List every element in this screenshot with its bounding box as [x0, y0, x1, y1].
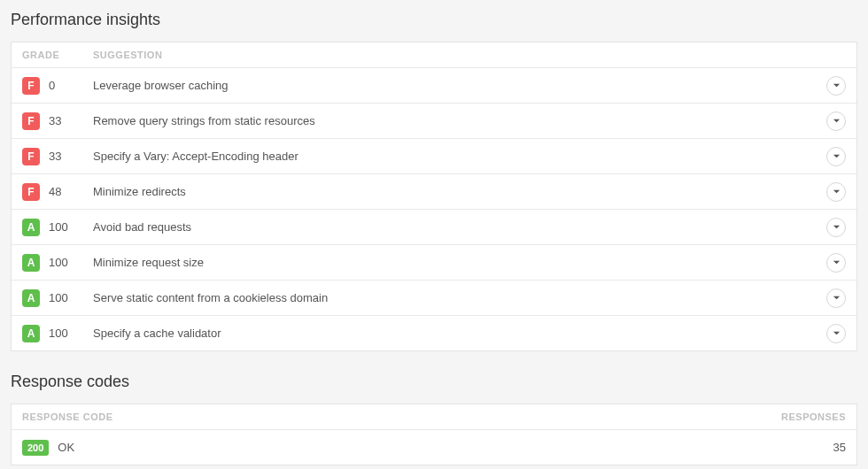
table-row[interactable]: F48Minimize redirects — [12, 173, 856, 209]
chevron-down-icon — [833, 185, 841, 198]
grade-cell: F0 — [22, 77, 93, 95]
grade-cell: A100 — [22, 219, 93, 236]
column-header-suggestion: SUGGESTION — [93, 50, 846, 60]
grade-score: 33 — [49, 114, 61, 127]
grade-cell: F48 — [22, 183, 93, 201]
suggestion-cell: Serve static content from a cookieless d… — [93, 291, 819, 304]
grade-badge: F — [22, 112, 40, 130]
grade-score: 48 — [49, 185, 61, 198]
suggestion-cell: Leverage browser caching — [93, 79, 819, 92]
performance-insights-title: Performance insights — [11, 11, 857, 29]
expand-button[interactable] — [826, 218, 846, 237]
suggestion-cell: Minimize request size — [93, 256, 819, 269]
expand-cell — [819, 218, 846, 237]
expand-button[interactable] — [826, 147, 846, 166]
expand-cell — [819, 147, 846, 166]
expand-button[interactable] — [826, 324, 846, 343]
expand-button[interactable] — [826, 253, 846, 273]
expand-button[interactable] — [826, 76, 846, 96]
performance-table: GRADE SUGGESTION F0Leverage browser cach… — [11, 42, 857, 351]
column-header-grade: GRADE — [22, 50, 93, 60]
response-codes-table-header: RESPONSE CODE RESPONSES — [12, 404, 856, 429]
grade-cell: A100 — [22, 325, 93, 342]
grade-score: 100 — [49, 220, 68, 234]
expand-cell — [819, 324, 846, 343]
grade-cell: F33 — [22, 112, 93, 130]
table-row[interactable]: F0Leverage browser caching — [12, 67, 856, 103]
response-codes-section: Response codes RESPONSE CODE RESPONSES 2… — [11, 373, 857, 465]
chevron-down-icon — [833, 327, 841, 340]
table-row[interactable]: F33Specify a Vary: Accept-Encoding heade… — [12, 138, 856, 173]
column-header-response-code: RESPONSE CODE — [22, 411, 164, 422]
expand-button[interactable] — [826, 288, 846, 308]
responses-count: 35 — [757, 441, 846, 454]
table-row[interactable]: F33Remove query strings from static reso… — [12, 103, 856, 138]
performance-table-header: GRADE SUGGESTION — [12, 42, 856, 67]
table-row[interactable]: A100Specify a cache validator — [12, 315, 856, 350]
grade-badge: A — [22, 289, 40, 307]
chevron-down-icon — [833, 220, 841, 234]
chevron-down-icon — [833, 256, 841, 269]
grade-badge: F — [22, 148, 40, 165]
suggestion-cell: Specify a cache validator — [93, 327, 819, 340]
performance-insights-section: Performance insights GRADE SUGGESTION F0… — [11, 11, 857, 351]
response-codes-table: RESPONSE CODE RESPONSES 200OK35 — [11, 404, 857, 465]
column-header-responses: RESPONSES — [164, 411, 846, 422]
expand-cell — [819, 76, 846, 96]
chevron-down-icon — [833, 79, 841, 92]
expand-cell — [819, 288, 846, 308]
grade-cell: A100 — [22, 289, 93, 307]
suggestion-cell: Minimize redirects — [93, 185, 819, 198]
grade-score: 0 — [49, 79, 55, 92]
chevron-down-icon — [833, 291, 841, 304]
grade-badge: A — [22, 254, 40, 272]
expand-button[interactable] — [826, 182, 846, 202]
suggestion-cell: Remove query strings from static resourc… — [93, 114, 819, 127]
grade-score: 100 — [49, 327, 68, 340]
response-code-text: OK — [58, 441, 164, 454]
chevron-down-icon — [833, 114, 841, 127]
expand-button[interactable] — [826, 111, 846, 131]
grade-score: 33 — [49, 150, 61, 163]
expand-cell — [819, 253, 846, 273]
table-row[interactable]: A100Serve static content from a cookiele… — [12, 280, 856, 315]
suggestion-cell: Avoid bad requests — [93, 220, 819, 234]
response-code-badge: 200 — [22, 440, 49, 456]
response-codes-title: Response codes — [11, 373, 857, 391]
expand-cell — [819, 111, 846, 131]
grade-score: 100 — [49, 291, 68, 304]
table-row: 200OK35 — [12, 429, 856, 465]
grade-badge: F — [22, 183, 40, 201]
grade-badge: A — [22, 219, 40, 236]
response-code-cell: 200OK — [22, 440, 164, 456]
grade-badge: F — [22, 77, 40, 95]
table-row[interactable]: A100Avoid bad requests — [12, 209, 856, 244]
grade-badge: A — [22, 325, 40, 342]
grade-cell: A100 — [22, 254, 93, 272]
suggestion-cell: Specify a Vary: Accept-Encoding header — [93, 150, 819, 163]
chevron-down-icon — [833, 150, 841, 163]
grade-score: 100 — [49, 256, 68, 269]
grade-cell: F33 — [22, 148, 93, 165]
table-row[interactable]: A100Minimize request size — [12, 244, 856, 280]
expand-cell — [819, 182, 846, 202]
